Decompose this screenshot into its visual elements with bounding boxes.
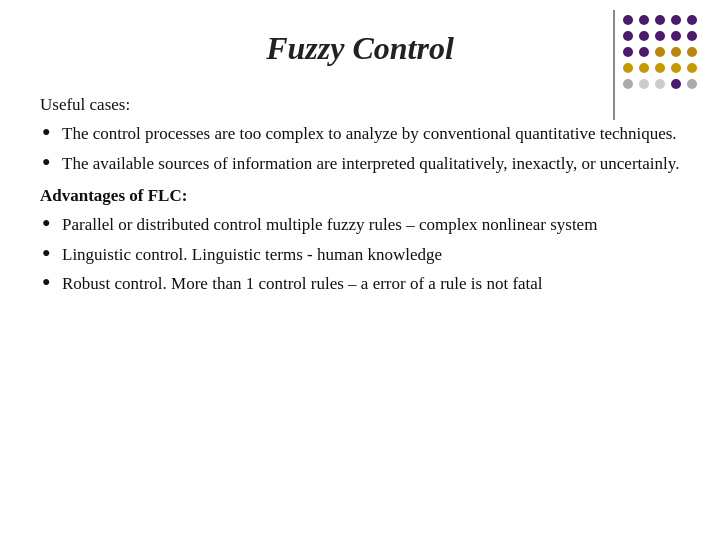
dot-grid	[618, 10, 708, 100]
list-item: Parallel or distributed control multiple…	[40, 212, 680, 238]
svg-point-19	[687, 63, 697, 73]
svg-point-15	[623, 63, 633, 73]
svg-point-10	[623, 47, 633, 57]
svg-point-20	[623, 79, 633, 89]
svg-point-21	[639, 79, 649, 89]
list-item: The control processes are too complex to…	[40, 121, 680, 147]
svg-point-24	[687, 79, 697, 89]
vertical-line	[613, 10, 615, 120]
svg-point-16	[639, 63, 649, 73]
slide: Fuzzy Control Useful cases: The control …	[0, 0, 720, 540]
svg-point-2	[655, 15, 665, 25]
useful-cases-list: The control processes are too complex to…	[40, 121, 680, 176]
svg-point-23	[671, 79, 681, 89]
svg-point-5	[623, 31, 633, 41]
svg-point-11	[639, 47, 649, 57]
useful-cases-section: Useful cases: The control processes are …	[40, 95, 680, 176]
svg-point-6	[639, 31, 649, 41]
advantages-heading: Advantages of FLC:	[40, 186, 680, 206]
svg-point-1	[639, 15, 649, 25]
list-item: The available sources of information are…	[40, 151, 680, 177]
svg-point-9	[687, 31, 697, 41]
list-item: Linguistic control. Linguistic terms - h…	[40, 242, 680, 268]
svg-point-18	[671, 63, 681, 73]
svg-point-7	[655, 31, 665, 41]
svg-point-4	[687, 15, 697, 25]
page-title: Fuzzy Control	[266, 30, 454, 66]
advantages-section: Advantages of FLC: Parallel or distribut…	[40, 186, 680, 297]
svg-point-17	[655, 63, 665, 73]
svg-point-0	[623, 15, 633, 25]
svg-point-3	[671, 15, 681, 25]
svg-point-12	[655, 47, 665, 57]
advantages-list: Parallel or distributed control multiple…	[40, 212, 680, 297]
list-item: Robust control. More than 1 control rule…	[40, 271, 680, 297]
svg-point-14	[687, 47, 697, 57]
svg-point-22	[655, 79, 665, 89]
useful-cases-heading: Useful cases:	[40, 95, 680, 115]
svg-point-8	[671, 31, 681, 41]
svg-point-13	[671, 47, 681, 57]
title-area: Fuzzy Control	[40, 30, 680, 67]
